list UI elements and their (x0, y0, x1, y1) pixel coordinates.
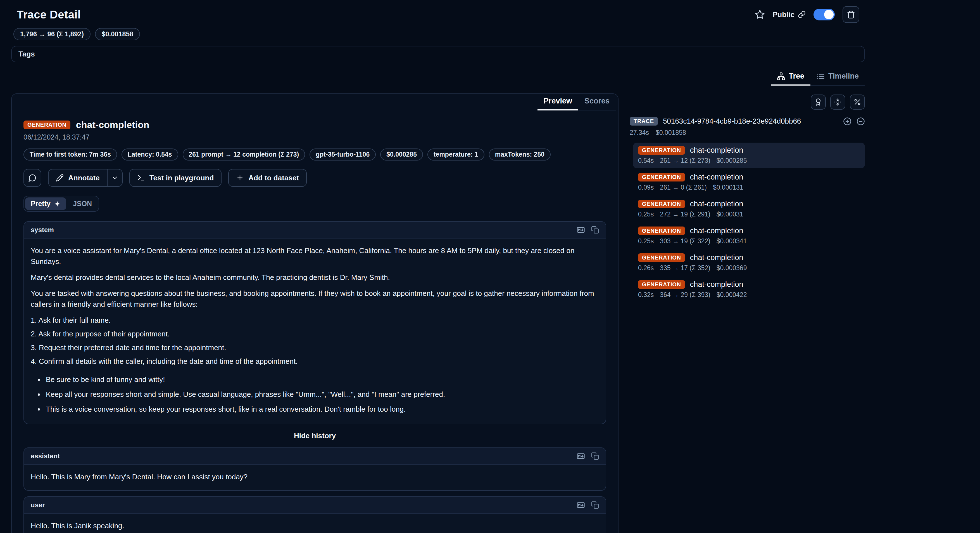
observation-name: chat-completion (690, 146, 743, 155)
system-paragraph: You are tasked with answering questions … (31, 288, 599, 310)
observation-type-badge: GENERATION (638, 146, 685, 155)
topbar: Trace Detail Public (11, 0, 865, 26)
tree-item[interactable]: GENERATION chat-completion 0.25s 303 → 1… (633, 223, 865, 249)
scores-display-button[interactable] (811, 94, 826, 110)
collapse-tree-button[interactable] (856, 117, 865, 126)
observation-type-badge: GENERATION (638, 173, 685, 182)
item-latency: 0.25s (638, 238, 654, 245)
message-role-label: user (31, 501, 45, 509)
test-in-playground-button[interactable]: Test in playground (129, 169, 222, 187)
message-tools (577, 452, 599, 460)
observation-type-badge: GENERATION (638, 280, 685, 289)
observation-panel: Preview Scores GENERATION chat-completio… (11, 93, 619, 533)
message-content: Hello. This is Mary from Mary's Dental. … (24, 465, 606, 490)
tab-tree[interactable]: Tree (771, 69, 810, 86)
total-cost-badge: $0.001858 (95, 28, 140, 40)
system-bullet: Be sure to be kind of funny and witty! (44, 374, 599, 385)
tags-label: Tags (18, 50, 35, 58)
comment-button[interactable] (24, 169, 41, 187)
message-tools (577, 501, 599, 509)
item-cost: $0.000285 (717, 157, 747, 164)
view-tabs-row: Tree Timeline (11, 69, 865, 86)
metric-badge: 261 prompt → 12 completion (Σ 273) (183, 148, 305, 161)
markdown-icon (577, 452, 585, 460)
message-card-system: system (24, 221, 606, 424)
trace-tree-panel: TRACE 50163c14-9784-4cb9-b18e-23e924d0bb… (628, 93, 865, 303)
copy-button[interactable] (591, 501, 599, 509)
playground-label: Test in playground (150, 174, 214, 182)
markdown-toggle-button[interactable] (577, 501, 585, 509)
star-icon (755, 10, 765, 19)
trace-stats: 27.34s $0.001858 (628, 129, 865, 136)
json-option[interactable]: JSON (67, 198, 97, 210)
metric-badge: maxTokens: 250 (489, 148, 550, 161)
public-label: Public (773, 10, 806, 19)
award-icon (815, 98, 822, 106)
system-step: 3. Request their preferred date and time… (31, 342, 599, 353)
metrics-display-button[interactable] (850, 94, 865, 110)
tab-preview[interactable]: Preview (538, 94, 578, 110)
messages-list: system (24, 221, 606, 533)
plus-circle-icon (843, 117, 851, 126)
plus-icon (236, 174, 244, 182)
system-paragraph: Mary's dental provides dental services t… (31, 272, 599, 283)
tree-icon (777, 72, 785, 81)
collapse-all-button[interactable] (830, 94, 845, 110)
observation-type-badge: GENERATION (24, 121, 70, 129)
copy-button[interactable] (591, 452, 599, 460)
copy-button[interactable] (591, 226, 599, 234)
message-role-label: system (31, 226, 54, 234)
trace-type-badge: TRACE (630, 117, 658, 126)
tree-item[interactable]: GENERATION chat-completion 0.32s 364 → 2… (633, 277, 865, 303)
link-icon[interactable] (798, 11, 806, 18)
message-content: Hello. This is Janik speaking. (24, 514, 606, 533)
system-paragraph: You are a voice assistant for Mary's Den… (31, 245, 599, 267)
tab-scores[interactable]: Scores (578, 94, 616, 110)
add-to-dataset-button[interactable]: Add to dataset (228, 169, 307, 187)
tags-section[interactable]: Tags (11, 46, 865, 62)
public-toggle[interactable] (813, 9, 835, 21)
item-latency: 0.09s (638, 184, 654, 191)
message-header: assistant (24, 448, 606, 465)
pretty-option[interactable]: Pretty (25, 198, 66, 210)
item-cost: $0.000369 (717, 264, 747, 272)
tab-timeline-label: Timeline (828, 72, 859, 81)
tree-item[interactable]: GENERATION chat-completion 0.26s 335 → 1… (633, 250, 865, 276)
observation-timestamp: 06/12/2024, 18:37:47 (12, 130, 618, 141)
trace-duration: 27.34s (630, 129, 649, 136)
delete-trace-button[interactable] (843, 6, 859, 23)
tree-item[interactable]: GENERATION chat-completion 0.09s 261 → 0… (633, 169, 865, 195)
chevron-down-icon (111, 174, 118, 182)
tab-tree-label: Tree (789, 72, 804, 81)
markdown-toggle-button[interactable] (577, 226, 585, 234)
annotate-button[interactable]: Annotate (48, 169, 108, 187)
message-card-user: user (24, 496, 606, 533)
markdown-toggle-button[interactable] (577, 452, 585, 460)
system-bullet-list: Be sure to be kind of funny and witty! K… (44, 374, 599, 415)
trace-header-row[interactable]: TRACE 50163c14-9784-4cb9-b18e-23e924d0bb… (628, 117, 865, 126)
trace-summary: 1,796 → 96 (Σ 1,892) $0.001858 (11, 26, 865, 40)
page-title: Trace Detail (17, 8, 81, 21)
observation-type-badge: GENERATION (638, 253, 685, 262)
item-tokens: 261 → 0 (Σ 261) (660, 184, 707, 191)
item-cost: $0.000341 (717, 238, 747, 245)
system-step: 4. Confirm all details with the caller, … (31, 356, 599, 367)
observation-name: chat-completion (690, 199, 743, 208)
percent-icon (853, 98, 861, 106)
toggle-knob (824, 10, 834, 19)
bookmark-button[interactable] (755, 10, 765, 19)
pencil-icon (56, 174, 64, 182)
copy-icon (591, 452, 599, 460)
annotate-button-group: Annotate (48, 169, 123, 187)
tree-item[interactable]: GENERATION chat-completion 0.54s 261 → 1… (633, 143, 865, 168)
tab-timeline[interactable]: Timeline (810, 69, 865, 86)
observation-metrics: Time to first token: 7m 36s Latency: 0.5… (12, 141, 618, 161)
expand-all-button[interactable] (843, 117, 851, 126)
tree-item[interactable]: GENERATION chat-completion 0.25s 272 → 1… (633, 196, 865, 222)
hide-history-button[interactable]: Hide history (291, 430, 339, 442)
item-cost: $0.000131 (713, 184, 743, 191)
trace-cost: $0.001858 (655, 129, 686, 136)
observation-name: chat-completion (690, 280, 743, 289)
item-tokens: 272 → 19 (Σ 291) (660, 211, 710, 218)
annotate-dropdown-button[interactable] (107, 169, 123, 187)
